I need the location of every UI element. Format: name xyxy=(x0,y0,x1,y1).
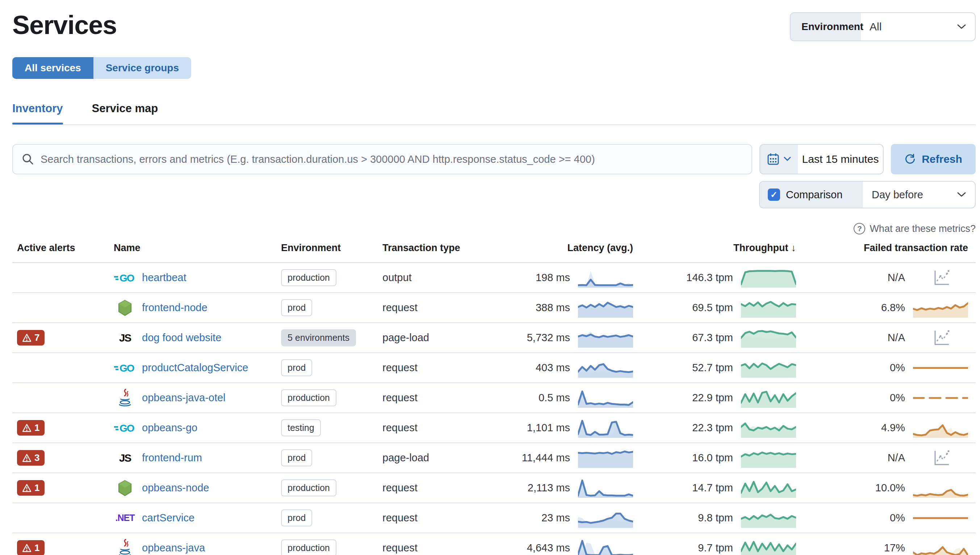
latency-value: 1,101 ms xyxy=(527,422,570,434)
active-alerts-cell: 3 xyxy=(12,450,109,466)
service-name-link[interactable]: heartbeat xyxy=(142,272,187,284)
environment-filter[interactable]: Environment All xyxy=(790,12,976,41)
service-name-link[interactable]: frontend-rum xyxy=(142,452,202,464)
failed-rate-value: 10.0% xyxy=(875,482,905,494)
failed-rate-sparkline xyxy=(913,388,968,408)
table-row: .NET cartService prod request 23 ms 9.8 … xyxy=(12,503,976,533)
throughput-value: 52.7 tpm xyxy=(692,362,733,374)
comparison-value: Day before xyxy=(872,189,923,201)
failed-rate-sparkline xyxy=(913,358,968,378)
service-name-link[interactable]: cartService xyxy=(142,512,195,524)
col-failed-rate[interactable]: Failed transaction rate xyxy=(803,242,975,253)
comparison-checkbox[interactable]: ✓ xyxy=(768,189,780,201)
time-range-picker[interactable]: Last 15 minutes xyxy=(760,144,883,174)
environment-filter-value: All xyxy=(869,21,882,33)
agent-icon xyxy=(114,480,136,496)
transaction-type: request xyxy=(383,512,518,524)
col-transaction-type[interactable]: Transaction type xyxy=(383,242,518,253)
throughput-value: 9.8 tpm xyxy=(698,512,733,524)
throughput-sparkline xyxy=(741,448,796,468)
refresh-button[interactable]: Refresh xyxy=(891,144,976,174)
service-name-link[interactable]: opbeans-java-otel xyxy=(142,392,225,404)
latency-sparkline xyxy=(578,388,633,408)
throughput-value: 67.3 tpm xyxy=(692,332,733,344)
latency-value: 403 ms xyxy=(536,362,570,374)
service-groups-button[interactable]: Service groups xyxy=(93,57,191,79)
latency-sparkline xyxy=(578,448,633,468)
active-alerts-badge[interactable]: 3 xyxy=(17,450,45,466)
question-circle-icon: ? xyxy=(854,223,865,234)
environment-badge: 5 environments xyxy=(281,329,356,346)
js-agent-icon: JS xyxy=(119,332,131,344)
search-bar[interactable] xyxy=(12,144,752,174)
col-name[interactable]: Name xyxy=(109,242,281,253)
active-alerts-badge[interactable]: 1 xyxy=(17,420,45,436)
agent-icon: GO xyxy=(114,271,136,284)
time-range-quick-select[interactable] xyxy=(760,145,798,174)
service-name-link[interactable]: opbeans-node xyxy=(142,482,209,494)
col-throughput[interactable]: Throughput ↓ xyxy=(640,242,803,253)
failed-rate-sparkline xyxy=(913,418,968,438)
table-row: GO productCatalogService prod request 40… xyxy=(12,353,976,383)
alert-count: 1 xyxy=(34,482,39,494)
latency-sparkline xyxy=(578,418,633,438)
all-services-button[interactable]: All services xyxy=(12,57,93,79)
environment-badge: prod xyxy=(281,509,312,526)
service-name-link[interactable]: dog food website xyxy=(142,332,221,344)
active-alerts-badge[interactable]: 1 xyxy=(17,480,45,496)
active-alerts-badge[interactable]: 1 xyxy=(17,540,45,555)
latency-value: 5,732 ms xyxy=(527,332,570,344)
comparison-control: ✓ Comparison Day before xyxy=(759,181,976,209)
latency-value: 0.5 ms xyxy=(539,392,570,404)
transaction-type: request xyxy=(383,542,518,554)
search-icon xyxy=(22,153,34,165)
table-row: 1 opbeans-java production request 4,643 … xyxy=(12,533,976,555)
transaction-type: page-load xyxy=(383,332,518,344)
service-name-link[interactable]: frontend-node xyxy=(142,302,208,314)
environment-filter-select[interactable]: All xyxy=(861,13,975,40)
failed-rate-sparkline xyxy=(913,538,968,555)
alert-count: 1 xyxy=(34,542,39,553)
dotnet-agent-icon: .NET xyxy=(116,513,135,523)
latency-sparkline xyxy=(578,328,633,348)
agent-icon: GO xyxy=(114,361,136,374)
alert-warning-icon xyxy=(22,453,32,463)
calendar-icon xyxy=(767,153,779,166)
go-agent-icon: GO xyxy=(114,271,136,284)
time-range-value[interactable]: Last 15 minutes xyxy=(798,145,883,174)
java-agent-icon xyxy=(118,539,132,555)
latency-sparkline xyxy=(578,508,633,528)
nodejs-agent-icon xyxy=(118,300,132,316)
service-name-link[interactable]: opbeans-java xyxy=(142,542,205,554)
search-input[interactable] xyxy=(40,153,743,165)
transaction-type: page-load xyxy=(383,452,518,464)
agent-icon: .NET xyxy=(114,513,136,523)
tab-inventory[interactable]: Inventory xyxy=(12,102,63,125)
services-table-body: GO heartbeat production output 198 ms 14… xyxy=(12,263,976,555)
col-throughput-label: Throughput xyxy=(733,242,788,253)
failed-rate-sparkline xyxy=(913,478,968,498)
service-name-link[interactable]: opbeans-go xyxy=(142,422,197,434)
failed-rate-sparkline xyxy=(913,508,968,528)
failed-rate-value: 0% xyxy=(890,512,905,524)
throughput-sparkline xyxy=(741,358,796,378)
environment-badge: production xyxy=(281,389,336,406)
service-name-link[interactable]: productCatalogService xyxy=(142,362,248,374)
failed-rate-value: 0% xyxy=(890,362,905,374)
tab-service-map[interactable]: Service map xyxy=(92,102,158,125)
environment-badge: production xyxy=(281,480,336,496)
failed-rate-value: 6.8% xyxy=(881,302,905,314)
metrics-help-link[interactable]: ? What are these metrics? xyxy=(854,223,976,234)
col-latency[interactable]: Latency (avg.) xyxy=(518,242,640,253)
active-alerts-cell: 1 xyxy=(12,480,109,496)
chevron-down-icon xyxy=(957,24,966,30)
alert-count: 3 xyxy=(34,452,39,464)
col-environment[interactable]: Environment xyxy=(281,242,383,253)
comparison-select[interactable]: Day before xyxy=(863,181,975,208)
alert-warning-icon xyxy=(22,333,32,343)
services-table-header: Active alerts Name Environment Transacti… xyxy=(12,242,976,263)
latency-value: 11,444 ms xyxy=(522,452,570,464)
throughput-sparkline xyxy=(741,418,796,438)
active-alerts-badge[interactable]: 7 xyxy=(17,330,45,345)
empty-chart-icon xyxy=(931,329,950,347)
